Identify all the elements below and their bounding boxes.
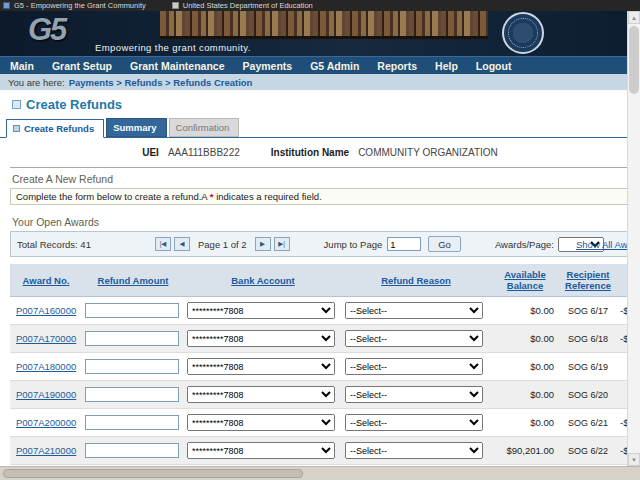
col-available-balance[interactable]: Available Balance	[490, 264, 560, 297]
award-number-link[interactable]: P007A160000	[16, 305, 76, 316]
refund-amount-input[interactable]	[85, 359, 179, 374]
award-number-link[interactable]: P007A180000	[16, 361, 76, 372]
col-award-no[interactable]: Award No.	[10, 264, 82, 297]
refund-amount-input[interactable]	[85, 415, 179, 430]
refund-reason-select[interactable]: --Select--	[345, 414, 483, 431]
main-nav-bar: Main Grant Setup Grant Maintenance Payme…	[0, 56, 640, 74]
award-number-link[interactable]: P007A170000	[16, 333, 76, 344]
recipient-reference-value: SOG 6/20	[560, 381, 616, 409]
nav-item-main[interactable]: Main	[10, 60, 34, 72]
jump-to-page-label: Jump to Page	[324, 239, 383, 250]
uei-value: AAA111BBB222	[168, 147, 240, 158]
institution-name-label: Institution Name	[271, 147, 349, 158]
open-awards-section-title: Your Open Awards	[12, 216, 640, 228]
open-awards-table: Award No. Refund Amount Bank Account Ref…	[10, 264, 640, 465]
uei-label: UEI	[142, 147, 159, 158]
tab-create-refunds[interactable]: Create Refunds	[6, 119, 104, 138]
page-title: Create Refunds	[26, 97, 122, 112]
refund-reason-select[interactable]: --Select--	[345, 330, 483, 347]
page-title-row: Create Refunds	[0, 90, 640, 117]
divider	[10, 167, 630, 168]
last-page-button[interactable]: ▶|	[274, 237, 290, 251]
recipient-reference-value: SOG 6/19	[560, 353, 616, 381]
award-number-link[interactable]: P007A210000	[16, 445, 76, 456]
tab-bar: Create Refunds Summary Confirmation	[0, 117, 640, 138]
bank-account-select[interactable]: *********7808	[187, 414, 335, 431]
breadcrumb: You are here: Payments > Refunds > Refun…	[0, 74, 640, 90]
recipient-reference-value: SOG 6/22	[560, 437, 616, 465]
prev-page-button[interactable]: ◀	[174, 237, 190, 251]
ed-favicon-icon	[172, 2, 179, 9]
breadcrumb-prefix: You are here:	[8, 77, 65, 88]
go-button[interactable]: Go	[428, 236, 461, 252]
tab-create-refunds-label: Create Refunds	[24, 123, 94, 134]
banner: G5 Empowering the grant community.	[0, 11, 640, 56]
g5-application-window: G5 - Empowering the Grant Community Unit…	[0, 0, 640, 480]
refund-reason-select[interactable]: --Select--	[345, 302, 483, 319]
col-recipient-reference[interactable]: Recipient Reference	[560, 264, 616, 297]
nav-item-g5-admin[interactable]: G5 Admin	[310, 60, 359, 72]
table-row: P007A190000 *********7808 --Select-- $0.…	[10, 381, 640, 409]
table-row: P007A210000 *********7808 --Select-- $90…	[10, 437, 640, 465]
g5-logo: G5	[28, 12, 65, 48]
tab-summary[interactable]: Summary	[106, 118, 166, 137]
bank-account-select[interactable]: *********7808	[187, 442, 335, 459]
institution-name-value: COMMUNITY ORGANIZATION	[358, 147, 498, 158]
bank-account-select[interactable]: *********7808	[187, 386, 335, 403]
refund-reason-select[interactable]: --Select--	[345, 358, 483, 375]
recipient-reference-value: SOG 6/18	[560, 325, 616, 353]
page-indicator: Page 1 of 2	[198, 239, 247, 250]
awards-per-page-label: Awards/Page:	[495, 239, 554, 250]
bank-account-select[interactable]: *********7808	[187, 302, 335, 319]
table-row: P007A200000 *********7808 --Select-- $0.…	[10, 409, 640, 437]
create-refund-section-title: Create A New Refund	[12, 173, 640, 185]
nav-item-help[interactable]: Help	[435, 60, 458, 72]
nav-item-logout[interactable]: Logout	[476, 60, 512, 72]
table-header-row: Award No. Refund Amount Bank Account Ref…	[10, 264, 640, 297]
refund-reason-select[interactable]: --Select--	[345, 386, 483, 403]
award-number-link[interactable]: P007A190000	[16, 389, 76, 400]
nav-item-grant-maintenance[interactable]: Grant Maintenance	[130, 60, 225, 72]
department-of-education-seal-icon	[502, 12, 544, 54]
available-balance-value: $0.00	[490, 325, 560, 353]
bank-account-select[interactable]: *********7808	[187, 330, 335, 347]
horizontal-scrollbar[interactable]	[0, 466, 640, 480]
tab-confirmation-label: Confirmation	[176, 122, 230, 133]
refund-reason-select[interactable]: --Select--	[345, 442, 483, 459]
refund-amount-input[interactable]	[85, 443, 179, 458]
col-bank-account[interactable]: Bank Account	[184, 264, 342, 297]
total-records: Total Records: 41	[17, 239, 137, 250]
refund-amount-input[interactable]	[85, 303, 179, 318]
table-row: P007A160000 *********7808 --Select-- $0.…	[10, 297, 640, 325]
scroll-up-icon[interactable]: ▲	[628, 11, 640, 24]
breadcrumb-path[interactable]: Payments > Refunds > Refunds Creation	[69, 77, 253, 88]
refund-amount-input[interactable]	[85, 387, 179, 402]
award-number-link[interactable]: P007A200000	[16, 417, 76, 428]
jump-to-page-input[interactable]	[387, 237, 421, 251]
first-page-button[interactable]: |◀	[155, 237, 171, 251]
window-title-left: G5 - Empowering the Grant Community	[14, 2, 146, 10]
window-title-right: United States Department of Education	[183, 2, 313, 10]
next-page-button[interactable]: ▶	[255, 237, 271, 251]
g5-favicon-icon	[3, 2, 10, 9]
available-balance-value: $0.00	[490, 381, 560, 409]
library-books-image	[160, 11, 488, 39]
nav-item-reports[interactable]: Reports	[377, 60, 417, 72]
tab-confirmation: Confirmation	[169, 118, 240, 137]
recipient-reference-value: SOG 6/21	[560, 409, 616, 437]
col-refund-reason[interactable]: Refund Reason	[342, 264, 490, 297]
available-balance-value: $0.00	[490, 297, 560, 325]
vertical-scrollbar[interactable]: ▲ ▼	[627, 11, 640, 466]
bank-account-select[interactable]: *********7808	[187, 358, 335, 375]
col-refund-amount[interactable]: Refund Amount	[82, 264, 184, 297]
nav-item-payments[interactable]: Payments	[243, 60, 293, 72]
tab-icon	[13, 125, 20, 132]
window-title-bar: G5 - Empowering the Grant Community Unit…	[0, 0, 640, 11]
vertical-scrollbar-thumb[interactable]	[629, 26, 639, 94]
refund-amount-input[interactable]	[85, 331, 179, 346]
scroll-down-icon[interactable]: ▼	[628, 453, 640, 466]
horizontal-scrollbar-thumb[interactable]	[3, 469, 303, 478]
table-row: P007A170000 *********7808 --Select-- $0.…	[10, 325, 640, 353]
nav-item-grant-setup[interactable]: Grant Setup	[52, 60, 112, 72]
available-balance-value: $0.00	[490, 353, 560, 381]
